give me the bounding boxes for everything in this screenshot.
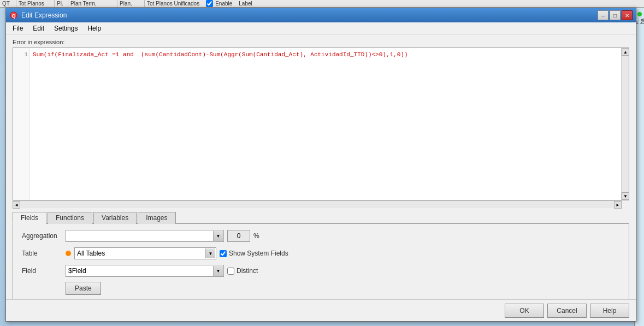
show-system-fields-checkbox[interactable] bbox=[220, 250, 227, 257]
dialog-title: Edit Expression bbox=[21, 11, 598, 19]
table-label: Table bbox=[22, 250, 66, 257]
menu-settings[interactable]: Settings bbox=[50, 23, 82, 33]
aggregation-label: Aggregation bbox=[22, 232, 66, 240]
field-select[interactable]: $Field bbox=[66, 265, 224, 277]
tabs-container: Fields Functions Variables Images Aggreg… bbox=[13, 211, 629, 305]
enable-checkbox[interactable] bbox=[206, 0, 213, 7]
tab-fields[interactable]: Fields bbox=[13, 212, 46, 224]
help-button[interactable]: Help bbox=[590, 304, 629, 318]
show-system-fields-label: Show System Fields bbox=[220, 250, 288, 257]
dialog-body: Error in expression: 1 Sum(if(Finalizada… bbox=[6, 34, 636, 310]
field-row: Field $Field ▼ Distinct bbox=[22, 264, 620, 277]
title-bar: Q Edit Expression – □ ✕ bbox=[6, 8, 636, 22]
percent-symbol: % bbox=[253, 232, 259, 240]
tab-content-fields: Aggregation ▼ % Table bbox=[13, 224, 629, 305]
scroll-down-arrow[interactable]: ▼ bbox=[622, 192, 629, 200]
table-select[interactable]: All Tables bbox=[74, 247, 216, 259]
line-numbers: 1 bbox=[13, 48, 29, 200]
percent-input[interactable] bbox=[227, 230, 250, 242]
bg-col-totplanos-unificados: Tot Planos Unificados bbox=[147, 1, 199, 7]
field-select-wrapper: $Field ▼ bbox=[66, 265, 224, 277]
expression-area: 1 Sum(if(Finalizada_Act =1 and (sum(Cant… bbox=[13, 48, 629, 200]
distinct-text: Distinct bbox=[237, 267, 258, 275]
aggregation-row: Aggregation ▼ % bbox=[22, 229, 620, 242]
edit-expression-dialog: Q Edit Expression – □ ✕ File Edit Settin… bbox=[5, 8, 636, 322]
bg-col-pl: Pl. bbox=[55, 0, 68, 7]
bg-col-planterm: Plan Term. bbox=[68, 0, 117, 7]
scroll-up-arrow[interactable]: ▲ bbox=[622, 48, 629, 56]
aggregation-select-wrapper: ▼ bbox=[66, 230, 224, 242]
expression-editor[interactable]: Sum(if(Finalizada_Act =1 and (sum(Cantid… bbox=[29, 48, 621, 200]
error-label: Error in expression: bbox=[13, 39, 629, 45]
scroll-right-arrow[interactable]: ► bbox=[614, 201, 622, 209]
dialog-footer: OK Cancel Help bbox=[6, 299, 636, 321]
table-select-wrapper: All Tables ▼ bbox=[74, 247, 216, 259]
show-system-fields-text: Show System Fields bbox=[229, 250, 288, 257]
green-status-dot bbox=[637, 12, 642, 16]
label-label: Label bbox=[239, 1, 252, 7]
aggregation-control-group: ▼ % bbox=[66, 230, 620, 242]
edit-expression-icon: Q bbox=[9, 11, 18, 20]
field-label: Field bbox=[22, 267, 66, 275]
scroll-track-v[interactable] bbox=[622, 56, 629, 192]
distinct-checkbox[interactable] bbox=[227, 268, 234, 275]
menu-file[interactable]: File bbox=[8, 23, 27, 33]
tab-functions[interactable]: Functions bbox=[48, 212, 92, 224]
table-row: Table All Tables ▼ Show System Fields bbox=[22, 247, 620, 260]
cancel-button[interactable]: Cancel bbox=[547, 304, 587, 318]
field-control-group: $Field ▼ Distinct bbox=[66, 265, 620, 277]
enable-label: Enable bbox=[215, 1, 232, 7]
aggregation-select[interactable] bbox=[66, 230, 224, 242]
bg-col-plan: Plan. bbox=[117, 0, 145, 7]
line-number-1: 1 bbox=[14, 50, 28, 59]
table-orange-dot bbox=[66, 251, 71, 256]
vertical-scrollbar[interactable]: ▲ ▼ bbox=[621, 48, 629, 200]
table-control-group: All Tables ▼ Show System Fields bbox=[66, 247, 620, 259]
menu-help[interactable]: Help bbox=[83, 23, 105, 33]
tab-variables[interactable]: Variables bbox=[93, 212, 137, 224]
maximize-button[interactable]: □ bbox=[610, 10, 621, 20]
tab-images[interactable]: Images bbox=[138, 212, 175, 224]
svg-text:Q: Q bbox=[11, 13, 15, 19]
minimize-button[interactable]: – bbox=[598, 10, 608, 20]
ok-button[interactable]: OK bbox=[505, 304, 544, 318]
paste-button[interactable]: Paste bbox=[66, 282, 101, 295]
scroll-track-h[interactable] bbox=[20, 201, 614, 208]
title-bar-buttons: – □ ✕ bbox=[598, 10, 633, 20]
bg-col-qt: QT bbox=[0, 0, 16, 7]
background-table-header: QT Tot Planos Pl. Plan Term. Plan. Tot P… bbox=[0, 0, 644, 8]
close-button[interactable]: ✕ bbox=[622, 10, 633, 20]
horizontal-scrollbar-container: ◄ ► bbox=[13, 200, 622, 208]
menu-edit[interactable]: Edit bbox=[28, 23, 49, 33]
distinct-label-wrap: Distinct bbox=[227, 267, 258, 275]
paste-row: Paste bbox=[22, 282, 620, 295]
bg-col-totplanos: Tot Planos bbox=[16, 0, 55, 7]
tabs-row: Fields Functions Variables Images bbox=[13, 211, 629, 224]
menu-bar: File Edit Settings Help bbox=[6, 22, 636, 34]
scroll-left-arrow[interactable]: ◄ bbox=[13, 201, 20, 209]
